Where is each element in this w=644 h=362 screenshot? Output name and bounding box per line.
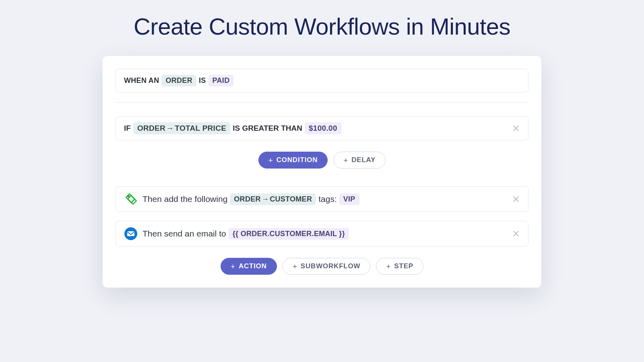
action-row-email[interactable]: Then send an email to {{ ORDER.CUSTOMER.… (116, 221, 528, 247)
action-tag-prefix: Then add the following (142, 194, 227, 204)
trigger-entity-pill[interactable]: ORDER (161, 75, 196, 86)
plus-icon: + (386, 263, 391, 270)
tag-icon (124, 192, 138, 206)
remove-action-button[interactable] (510, 228, 522, 239)
page-title: Create Custom Workflows in Minutes (0, 0, 644, 56)
svg-point-2 (128, 195, 129, 197)
email-icon (124, 227, 138, 241)
action-tag-value-pill[interactable]: VIP (339, 193, 359, 205)
condition-op: IS GREATER THAN (233, 124, 302, 133)
plus-icon: + (293, 263, 297, 270)
condition-value-pill[interactable]: $100.00 (305, 122, 341, 134)
trigger-mid: IS (199, 76, 206, 85)
add-condition-button[interactable]: + CONDITION (258, 152, 328, 169)
action-row-tag[interactable]: Then add the following ORDER→CUSTOMER ta… (116, 186, 528, 212)
condition-prefix: IF (124, 124, 131, 133)
condition-buttons-row: + CONDITION + DELAY (116, 152, 528, 169)
section-divider (116, 102, 528, 103)
condition-row[interactable]: IF ORDER→TOTAL PRICE IS GREATER THAN $10… (116, 116, 528, 140)
action-email-prefix: Then send an email to (142, 229, 226, 239)
action-buttons-row: + ACTION + SUBWORKFLOW + STEP (116, 258, 528, 275)
add-subworkflow-button[interactable]: + SUBWORKFLOW (283, 258, 370, 275)
plus-icon: + (231, 263, 235, 270)
condition-path-pill[interactable]: ORDER→TOTAL PRICE (133, 122, 230, 134)
remove-condition-button[interactable] (510, 123, 522, 134)
action-tag-suffix: tags: (318, 194, 337, 204)
action-email-target-pill[interactable]: {{ ORDER.CUSTOMER.EMAIL }} (229, 228, 349, 240)
add-delay-button[interactable]: + DELAY (333, 152, 386, 169)
trigger-prefix: WHEN AN (124, 76, 159, 85)
workflow-card: WHEN AN ORDER IS PAID IF ORDER→TOTAL PRI… (103, 56, 541, 288)
plus-icon: + (343, 156, 348, 164)
close-icon (512, 124, 520, 132)
close-icon (512, 230, 520, 238)
trigger-row[interactable]: WHEN AN ORDER IS PAID (116, 69, 528, 93)
svg-rect-6 (127, 231, 134, 236)
close-icon (512, 195, 520, 203)
remove-action-button[interactable] (510, 193, 522, 205)
plus-icon: + (268, 156, 273, 164)
add-action-button[interactable]: + ACTION (221, 258, 277, 275)
add-step-button[interactable]: + STEP (376, 258, 423, 275)
trigger-state-pill[interactable]: PAID (208, 75, 234, 86)
action-tag-path-pill[interactable]: ORDER→CUSTOMER (230, 193, 316, 205)
